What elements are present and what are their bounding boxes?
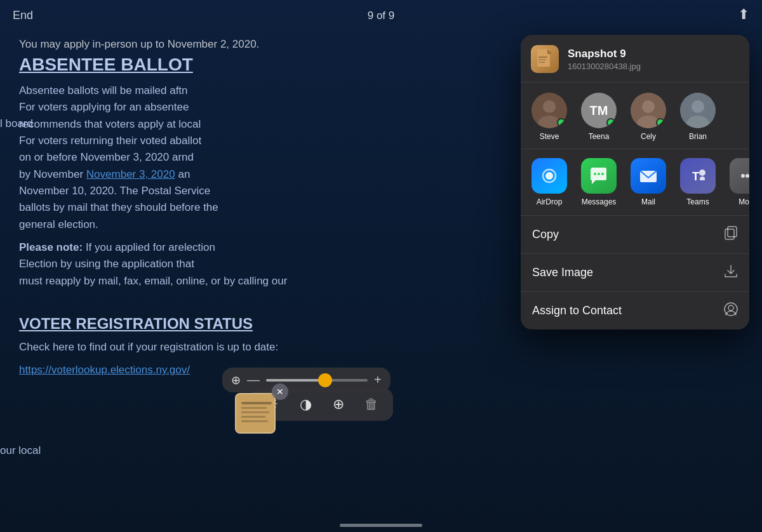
zoom-slider-thumb[interactable] — [318, 373, 332, 387]
svg-point-12 — [543, 100, 556, 113]
svg-rect-5 — [241, 420, 268, 422]
zoom-minus[interactable]: — — [247, 373, 260, 387]
contact-cely[interactable]: Cely — [626, 93, 671, 141]
svg-rect-0 — [236, 394, 276, 434]
messages-icon — [581, 158, 617, 194]
panel-subtitle: 1601300280438.jpg — [568, 62, 641, 71]
zoom-slider-track[interactable] — [266, 379, 368, 382]
assign-contact-action[interactable]: Assign to Contact — [521, 292, 749, 329]
voter-text: Check here to find out if your registrat… — [19, 339, 743, 356]
mail-icon — [631, 158, 666, 194]
contact-name-steve: Steve — [540, 132, 559, 141]
save-image-label: Save Image — [532, 266, 593, 279]
share-icon[interactable]: ⬆ — [738, 6, 749, 23]
doc-header: End 9 of 9 ⬆ — [0, 0, 762, 32]
contrast-icon[interactable]: ◑ — [294, 393, 317, 416]
svg-rect-9 — [538, 59, 546, 60]
avatar-steve — [531, 93, 567, 128]
page-indicator: 9 of 9 — [368, 10, 395, 22]
svg-rect-3 — [241, 411, 269, 413]
copy-icon — [724, 226, 738, 243]
contact-name-cely: Cely — [641, 132, 656, 141]
contact-name-teena: Teena — [589, 132, 610, 141]
zoom-plus[interactable]: + — [374, 373, 382, 387]
app-airdrop[interactable]: AirDrop — [527, 158, 572, 206]
side-label-board: l board — [0, 117, 33, 130]
side-label-local: our local — [0, 444, 41, 457]
assign-contact-label: Assign to Contact — [532, 304, 622, 317]
svg-rect-31 — [725, 229, 734, 239]
svg-rect-2 — [241, 407, 267, 409]
avatar-teena: TM — [581, 93, 617, 128]
app-mail[interactable]: Mail — [626, 158, 671, 206]
apps-row: AirDrop Messages Mail — [521, 149, 749, 216]
home-bar — [340, 524, 422, 527]
panel-file-icon — [531, 45, 559, 73]
save-image-action[interactable]: Save Image — [521, 254, 749, 292]
avatar-brian — [680, 93, 716, 128]
contact-teena[interactable]: TM Teena — [577, 93, 621, 141]
zoom-icon: ⊕ — [231, 373, 241, 387]
status-dot-teena — [606, 118, 615, 127]
status-dot-steve — [557, 118, 566, 127]
svg-point-15 — [642, 100, 655, 113]
assign-contact-icon — [724, 302, 738, 319]
svg-point-33 — [728, 305, 733, 310]
app-messages[interactable]: Messages — [577, 158, 621, 206]
app-more[interactable]: More — [725, 158, 749, 206]
panel-header: Snapshot 9 1601300280438.jpg — [521, 35, 749, 83]
save-image-icon — [724, 264, 738, 281]
copy-action[interactable]: Copy — [521, 216, 749, 254]
contact-steve[interactable]: Steve — [527, 93, 572, 141]
panel-title-block: Snapshot 9 1601300280438.jpg — [568, 48, 641, 71]
app-name-teams: Teams — [686, 197, 709, 206]
svg-point-21 — [594, 173, 596, 175]
svg-rect-1 — [241, 402, 272, 404]
app-name-messages: Messages — [582, 197, 617, 206]
svg-text:T: T — [692, 170, 699, 183]
share-panel: Snapshot 9 1601300280438.jpg Steve TM — [521, 35, 749, 329]
svg-point-26 — [699, 170, 705, 176]
end-label: End — [13, 9, 33, 22]
panel-title: Snapshot 9 — [568, 48, 641, 60]
avatar-cely — [631, 93, 666, 128]
svg-rect-10 — [538, 62, 545, 63]
trash-icon[interactable]: 🗑 — [360, 393, 383, 416]
filter-icon[interactable]: ⊕ — [327, 393, 350, 416]
app-name-more: More — [739, 197, 749, 206]
contact-name-brian: Brian — [689, 132, 707, 141]
svg-point-18 — [692, 100, 704, 113]
airdrop-icon — [531, 158, 567, 194]
status-dot-cely — [656, 118, 665, 127]
contact-brian[interactable]: Brian — [676, 93, 720, 141]
svg-point-28 — [745, 174, 749, 178]
svg-point-27 — [741, 174, 745, 178]
more-icon — [730, 158, 749, 194]
contacts-row: Steve TM Teena Cely — [521, 83, 749, 149]
svg-rect-4 — [241, 416, 265, 418]
svg-point-23 — [601, 173, 604, 175]
svg-point-22 — [598, 173, 600, 175]
copy-label: Copy — [532, 228, 559, 241]
app-teams[interactable]: T Teams — [676, 158, 720, 206]
svg-rect-8 — [538, 57, 547, 58]
page-thumbnail[interactable] — [235, 393, 276, 434]
teams-icon: T — [680, 158, 716, 194]
svg-rect-30 — [728, 227, 737, 237]
thumbnail-close-button[interactable]: ✕ — [272, 383, 288, 400]
thumbnail-image — [236, 394, 274, 432]
app-name-airdrop: AirDrop — [537, 197, 563, 206]
app-name-mail: Mail — [641, 197, 655, 206]
svg-point-20 — [545, 172, 553, 180]
